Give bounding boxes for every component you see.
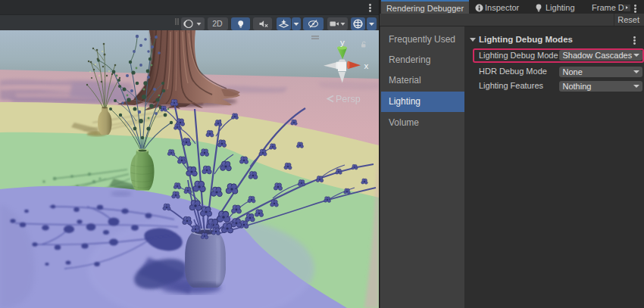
svg-text:Persp: Persp [336, 94, 361, 104]
svg-text:x: x [364, 61, 369, 70]
svg-text:y: y [340, 38, 345, 47]
